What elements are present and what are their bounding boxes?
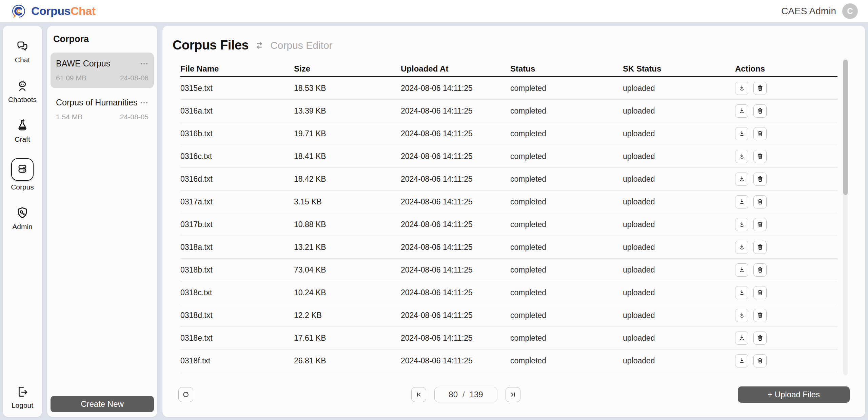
download-button[interactable] bbox=[735, 127, 748, 140]
delete-button[interactable] bbox=[753, 195, 767, 208]
actions-cell bbox=[735, 354, 837, 367]
file-name-cell: 0316c.txt bbox=[180, 152, 294, 161]
download-icon bbox=[738, 221, 746, 228]
sk-status-cell: uploaded bbox=[623, 152, 735, 161]
create-new-button[interactable]: Create New bbox=[51, 396, 154, 412]
column-header-status: Status bbox=[510, 64, 623, 74]
table-row: 0316d.txt 18.42 KB 2024-08-06 14:11:25 c… bbox=[180, 168, 837, 191]
delete-button[interactable] bbox=[753, 82, 767, 95]
delete-button[interactable] bbox=[753, 104, 767, 118]
avatar[interactable]: C bbox=[842, 3, 858, 19]
chat-icon bbox=[15, 39, 29, 54]
upload-files-button[interactable]: + Upload Files bbox=[738, 386, 850, 403]
size-cell: 73.04 KB bbox=[294, 265, 401, 275]
download-button[interactable] bbox=[735, 286, 748, 299]
download-button[interactable] bbox=[735, 173, 748, 186]
trash-icon bbox=[756, 107, 764, 115]
column-header-sk-status: SK Status bbox=[623, 64, 735, 74]
download-icon bbox=[738, 289, 746, 296]
file-name-cell: 0318d.txt bbox=[180, 311, 294, 320]
corpus-item-date: 24-08-05 bbox=[120, 113, 149, 121]
download-button[interactable] bbox=[735, 104, 748, 118]
sidebar-item-label: Craft bbox=[15, 135, 30, 143]
corpus-item[interactable]: BAWE Corpus 61.09 MB 24-08-06 bbox=[51, 53, 154, 88]
table-row: 0318a.txt 13.21 KB 2024-08-06 14:11:25 c… bbox=[180, 236, 837, 259]
sidebar-item-label: Chatbots bbox=[8, 96, 37, 104]
trash-icon bbox=[756, 312, 764, 319]
main-panel: Corpus Files Corpus Editor File Name Siz… bbox=[162, 26, 865, 417]
table-row: 0316a.txt 13.39 KB 2024-08-06 14:11:25 c… bbox=[180, 100, 837, 122]
delete-button[interactable] bbox=[753, 286, 767, 299]
table-row: 0317b.txt 10.88 KB 2024-08-06 14:11:25 c… bbox=[180, 213, 837, 236]
actions-cell bbox=[735, 241, 837, 254]
download-icon bbox=[738, 84, 746, 92]
size-cell: 18.42 KB bbox=[294, 175, 401, 184]
delete-button[interactable] bbox=[753, 127, 767, 140]
sidebar: Chat Chatbots Craft bbox=[3, 26, 42, 417]
logout-label: Logout bbox=[12, 401, 33, 409]
download-button[interactable] bbox=[735, 332, 748, 345]
swap-icon[interactable] bbox=[254, 40, 265, 51]
sk-status-cell: uploaded bbox=[623, 106, 735, 116]
file-name-cell: 0316d.txt bbox=[180, 175, 294, 184]
size-cell: 17.61 KB bbox=[294, 334, 401, 343]
trash-icon bbox=[756, 357, 764, 364]
delete-button[interactable] bbox=[753, 150, 767, 163]
download-button[interactable] bbox=[735, 241, 748, 254]
actions-cell bbox=[735, 309, 837, 322]
table-scrollbar-thumb[interactable] bbox=[843, 60, 848, 195]
uploaded-at-cell: 2024-08-06 14:11:25 bbox=[401, 175, 510, 184]
status-cell: completed bbox=[510, 265, 623, 275]
table-footer: 80 / 139 + Upload Files bbox=[162, 372, 865, 417]
download-button[interactable] bbox=[735, 218, 748, 231]
user-name: CAES Admin bbox=[781, 6, 836, 17]
size-cell: 18.41 KB bbox=[294, 152, 401, 161]
sidebar-item-chat[interactable]: Chat bbox=[15, 39, 30, 64]
corpus-editor-link[interactable]: Corpus Editor bbox=[270, 40, 332, 51]
download-button[interactable] bbox=[735, 263, 748, 277]
trash-icon bbox=[756, 243, 764, 251]
sidebar-item-chatbots[interactable]: Chatbots bbox=[8, 79, 37, 104]
size-cell: 13.39 KB bbox=[294, 106, 401, 116]
sk-status-cell: uploaded bbox=[623, 197, 735, 206]
delete-button[interactable] bbox=[753, 332, 767, 345]
item-menu-icon[interactable] bbox=[140, 62, 149, 65]
logout-icon bbox=[15, 385, 29, 399]
page-indicator[interactable]: 80 / 139 bbox=[434, 387, 497, 402]
last-page-button[interactable] bbox=[506, 387, 520, 402]
delete-button[interactable] bbox=[753, 309, 767, 322]
delete-button[interactable] bbox=[753, 218, 767, 231]
sk-status-cell: uploaded bbox=[623, 288, 735, 297]
download-button[interactable] bbox=[735, 354, 748, 367]
delete-button[interactable] bbox=[753, 173, 767, 186]
sidebar-item-admin[interactable]: Admin bbox=[12, 206, 33, 231]
actions-cell bbox=[735, 150, 837, 163]
column-header-uploaded-at: Uploaded At bbox=[401, 64, 510, 74]
delete-button[interactable] bbox=[753, 263, 767, 277]
download-button[interactable] bbox=[735, 195, 748, 208]
sidebar-item-corpus[interactable]: Corpus bbox=[11, 158, 34, 191]
sidebar-item-craft[interactable]: Craft bbox=[15, 119, 30, 143]
download-button[interactable] bbox=[735, 82, 748, 95]
download-button[interactable] bbox=[735, 309, 748, 322]
download-icon bbox=[738, 130, 746, 137]
delete-button[interactable] bbox=[753, 354, 767, 367]
corpus-item-name: Corpus of Humanities ... bbox=[56, 98, 137, 107]
download-icon bbox=[738, 243, 746, 251]
refresh-button[interactable] bbox=[178, 387, 193, 402]
first-page-button[interactable] bbox=[411, 387, 426, 402]
uploaded-at-cell: 2024-08-06 14:11:25 bbox=[401, 311, 510, 320]
table-row: 0317a.txt 3.15 KB 2024-08-06 14:11:25 co… bbox=[180, 191, 837, 213]
corpus-item[interactable]: Corpus of Humanities ... 1.54 MB 24-08-0… bbox=[51, 92, 154, 127]
first-page-icon bbox=[415, 391, 423, 399]
download-button[interactable] bbox=[735, 150, 748, 163]
workspace: Chat Chatbots Craft bbox=[0, 22, 868, 420]
download-icon bbox=[738, 334, 746, 342]
file-name-cell: 0317a.txt bbox=[180, 197, 294, 206]
brand-logo[interactable]: CorpusChat bbox=[11, 3, 96, 19]
logout-button[interactable]: Logout bbox=[12, 385, 33, 409]
item-menu-icon[interactable] bbox=[140, 101, 149, 104]
size-cell: 13.21 KB bbox=[294, 243, 401, 252]
delete-button[interactable] bbox=[753, 241, 767, 254]
page-separator: / bbox=[462, 390, 465, 399]
